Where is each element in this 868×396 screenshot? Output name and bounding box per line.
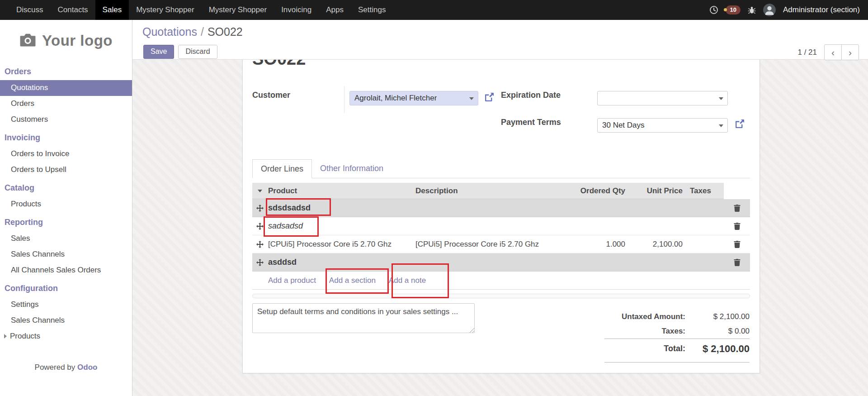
payment-terms-value: 30 Net Days — [602, 121, 645, 130]
sidebar-section-invoicing: Invoicing — [0, 128, 132, 146]
add-a-section-link[interactable]: Add a section — [329, 276, 376, 285]
nav-item-apps[interactable]: Apps — [319, 0, 351, 20]
field-separator — [344, 86, 344, 113]
quotation-title: SO022 — [252, 60, 306, 69]
powered-by-text: Powered by — [35, 363, 75, 372]
odoo-link[interactable]: Odoo — [77, 363, 97, 372]
delete-line-button[interactable] — [731, 202, 743, 214]
customer-select[interactable]: Agrolait, Michel Fletcher — [349, 91, 478, 105]
total-value: $ 2,100.00 — [685, 343, 750, 355]
pager-value: 1 / 21 — [797, 48, 817, 57]
sidebar-section-reporting: Reporting — [0, 212, 132, 231]
sidebar-item-orders-to-invoice[interactable]: Orders to Invoice — [0, 146, 132, 162]
user-avatar[interactable] — [763, 4, 776, 16]
nav-item-settings[interactable]: Settings — [351, 0, 393, 20]
save-button[interactable]: Save — [143, 45, 174, 59]
control-panel: Quotations/SO022 Save Discard 1 / 21 ‹ › — [132, 20, 868, 60]
sidebar-item-orders-to-upsell[interactable]: Orders to Upsell — [0, 162, 132, 178]
powered-by: Powered by Odoo — [0, 363, 132, 372]
pager-next-button[interactable]: › — [841, 44, 859, 60]
untaxed-amount-row: Untaxed Amount: $ 2,100.00 — [604, 310, 750, 324]
notification-badge[interactable]: 10 — [726, 5, 740, 14]
sidebar-item-orders[interactable]: Orders — [0, 96, 132, 112]
company-logo[interactable]: Your logo — [0, 20, 132, 62]
main-area: Quotations/SO022 Save Discard 1 / 21 ‹ ›… — [132, 20, 868, 396]
sidebar-section-catalog: Catalog — [0, 178, 132, 196]
taxes-value: $ 0.00 — [685, 327, 750, 336]
order-line-product-row[interactable]: [CPUi5] Processor Core i5 2.70 Ghz [CPUi… — [252, 235, 750, 253]
cell-ordered-qty[interactable]: 1.000 — [561, 235, 627, 253]
sidebar-item-sales-report[interactable]: Sales — [0, 231, 132, 247]
untaxed-amount-value: $ 2,100.00 — [685, 312, 750, 321]
order-lines-table: Product Description Ordered Qty Unit Pri… — [252, 183, 750, 290]
tab-other-information[interactable]: Other Information — [312, 159, 392, 178]
order-line-section-row-2[interactable]: asddsd — [252, 253, 750, 272]
delete-line-button[interactable] — [731, 239, 743, 250]
sidebar-item-products-config-label: Products — [10, 332, 40, 340]
nav-item-invoicing[interactable]: Invoicing — [274, 0, 319, 20]
delete-line-button[interactable] — [731, 257, 743, 268]
column-header-product: Product — [268, 183, 413, 199]
user-menu[interactable]: Administrator (section) — [783, 5, 860, 14]
sidebar-item-products-catalog[interactable]: Products — [0, 196, 132, 212]
order-line-section-row-1[interactable]: sdsdsadsd — [252, 199, 750, 217]
column-header-ordered-qty: Ordered Qty — [561, 183, 627, 199]
logo-text: Your logo — [42, 32, 113, 49]
breadcrumb-current: SO022 — [208, 25, 243, 38]
nav-item-discuss[interactable]: Discuss — [9, 0, 51, 20]
section-line-text[interactable]: asddsd — [268, 253, 724, 271]
column-header-delete — [724, 183, 750, 199]
drag-handle-icon[interactable] — [256, 241, 264, 248]
quotation-form-sheet: SO022 Customer Agrolait, Michel Fletcher… — [242, 60, 760, 373]
bug-icon[interactable] — [748, 6, 756, 14]
cell-unit-price[interactable]: 2,100.00 — [627, 235, 685, 253]
cell-description[interactable]: [CPUi5] Processor Core i5 2.70 Ghz — [413, 235, 561, 253]
sidebar-item-sales-channels-config[interactable]: Sales Channels — [0, 313, 132, 329]
nav-item-sales[interactable]: Sales — [95, 0, 129, 20]
cell-taxes[interactable] — [685, 235, 724, 253]
record-pager: 1 / 21 ‹ › — [797, 44, 859, 60]
nav-item-mystery-shopper-2[interactable]: Mystery Shopper — [202, 0, 274, 20]
drag-handle-icon[interactable] — [256, 223, 264, 230]
nav-item-contacts[interactable]: Contacts — [51, 0, 95, 20]
delete-line-button[interactable] — [731, 220, 743, 232]
customer-external-link-icon[interactable] — [485, 93, 494, 101]
activities-clock-icon[interactable] — [709, 5, 718, 14]
notebook-tabs: Order Lines Other Information — [252, 159, 750, 178]
camera-icon — [19, 33, 36, 49]
add-a-product-link[interactable]: Add a product — [268, 276, 316, 285]
cell-product[interactable]: [CPUi5] Processor Core i5 2.70 Ghz — [268, 235, 413, 253]
sidebar-item-settings[interactable]: Settings — [0, 297, 132, 313]
sidebar-item-customers[interactable]: Customers — [0, 112, 132, 128]
expiration-date-label: Expiration Date — [501, 91, 561, 100]
section-line-text[interactable]: sdsdsadsd — [268, 199, 724, 217]
sidebar-item-sales-channels-report[interactable]: Sales Channels — [0, 247, 132, 262]
pager-previous-button[interactable]: ‹ — [824, 44, 842, 60]
order-line-note-row[interactable]: sadsadsd — [252, 217, 750, 235]
navbar-systray: 10 Administrator (section) — [709, 0, 868, 20]
payment-terms-select[interactable]: 30 Net Days — [597, 118, 728, 133]
drag-handle-icon[interactable] — [256, 205, 264, 212]
note-line-text[interactable]: sadsadsd — [268, 217, 724, 235]
optional-columns-toggle-icon[interactable] — [258, 190, 262, 192]
tab-order-lines[interactable]: Order Lines — [252, 159, 312, 178]
total-label: Total: — [664, 344, 685, 353]
table-horizontal-scrollbar[interactable] — [252, 294, 750, 298]
top-navbar: Discuss Contacts Sales Mystery Shopper M… — [0, 0, 868, 20]
untaxed-amount-label: Untaxed Amount: — [622, 312, 685, 321]
chevron-down-icon — [469, 97, 474, 100]
payment-terms-external-link-icon[interactable] — [736, 119, 744, 128]
totals-block: Untaxed Amount: $ 2,100.00 Taxes: $ 0.00… — [604, 310, 750, 363]
add-a-note-link[interactable]: Add a note — [389, 276, 426, 285]
discard-button[interactable]: Discard — [178, 45, 217, 59]
sidebar-item-quotations[interactable]: Quotations — [0, 80, 132, 96]
form-view-scroll-area: SO022 Customer Agrolait, Michel Fletcher… — [132, 60, 868, 396]
drag-handle-icon[interactable] — [256, 259, 264, 266]
sidebar-item-all-channels-sales-orders[interactable]: All Channels Sales Orders — [0, 262, 132, 278]
breadcrumb-quotations[interactable]: Quotations — [142, 25, 197, 38]
expiration-date-select[interactable] — [597, 91, 728, 105]
table-add-row: Add a product Add a section Add a note — [252, 272, 750, 290]
sidebar-item-products-config[interactable]: Products — [0, 329, 132, 344]
nav-item-mystery-shopper-1[interactable]: Mystery Shopper — [129, 0, 202, 20]
terms-and-conditions-input[interactable]: Setup default terms and conditions in yo… — [252, 303, 475, 333]
